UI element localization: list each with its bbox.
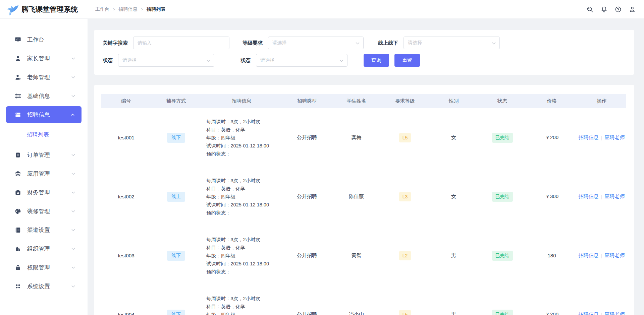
sidebar-item-permissions[interactable]: 权限管理	[0, 258, 88, 277]
table-row: test003 线下 每周课时：3次，2小时次 科目：英语，化学 年级：四年级 …	[101, 226, 626, 285]
chevron-down-icon	[71, 284, 75, 289]
sidebar-item-orders[interactable]: 订单管理	[0, 145, 88, 164]
cell-type: 公开招聘	[282, 108, 332, 167]
table-row: test001 线下 每周课时：3次，2小时次 科目：英语，化学 年级：四年级 …	[101, 108, 626, 167]
sidebar-item-label: 应用管理	[27, 170, 50, 178]
teacher-icon	[15, 74, 21, 80]
col-header-method: 辅导方式	[151, 94, 201, 108]
sidebar-item-basic-info[interactable]: 基础信息	[0, 86, 88, 105]
info-line: 预约状态：	[206, 268, 231, 276]
cell-gender: 女	[429, 108, 478, 167]
status2-select-placeholder: 请选择	[260, 57, 274, 63]
cell-type: 公开招聘	[282, 285, 332, 315]
cell-price: 180	[527, 226, 577, 285]
method-badge: 线下	[167, 133, 185, 143]
status-badge: 已完结	[492, 251, 513, 261]
info-line: 每周课时：3次，2小时次	[206, 295, 260, 303]
cell-id: test002	[101, 167, 151, 226]
col-header-price: 价格	[527, 94, 577, 108]
apply-teacher-link[interactable]: 应聘老师	[604, 311, 625, 315]
method-badge: 线上	[167, 192, 185, 202]
recruit-info-link[interactable]: 招聘信息	[579, 134, 599, 141]
filter-row-2: 状态 请选择 状态 请选择 查询 重置	[103, 54, 634, 67]
apply-teacher-link[interactable]: 应聘老师	[604, 134, 625, 141]
apply-teacher-link[interactable]: 应聘老师	[604, 252, 625, 259]
bell-icon[interactable]	[600, 6, 608, 13]
sidebar-subitem-label: 招聘列表	[27, 131, 49, 138]
keyword-input[interactable]	[133, 37, 229, 49]
dashboard-icon	[15, 37, 21, 43]
sidebar-item-workbench[interactable]: 工作台	[0, 30, 88, 49]
table-row: test004 线下 每周课时：3次，2小时次 科目：英语，化学 年级：四年级 …	[101, 285, 626, 315]
cell-student: 黄智	[332, 226, 381, 285]
app-title: 腾飞课堂管理系统	[21, 5, 78, 14]
sidebar-item-parents[interactable]: 家长管理	[0, 49, 88, 68]
breadcrumb-item-workbench[interactable]: 工作台	[95, 6, 109, 12]
recruit-icon	[15, 112, 21, 118]
recruit-info-link[interactable]: 招聘信息	[579, 252, 599, 259]
recruit-table: 编号 辅导方式 招聘信息 招聘类型 学生姓名 要求等级 性别 状态 价格 操作 …	[94, 85, 634, 315]
sidebar-item-organization[interactable]: 组织管理	[0, 239, 88, 258]
cell-info: 每周课时：3次，2小时次 科目：英语，化学 年级：四年级 试课时间：2025-0…	[201, 167, 282, 226]
header-icons	[586, 6, 644, 13]
org-icon	[15, 246, 21, 252]
cell-student: 陈佳薇	[332, 167, 381, 226]
col-header-gender: 性别	[429, 94, 478, 108]
bird-logo-icon	[5, 3, 19, 16]
cell-gender: 男	[429, 285, 478, 315]
sidebar-item-label: 渠道设置	[27, 226, 50, 234]
level-select[interactable]: 请选择	[268, 37, 364, 49]
sliders-icon	[15, 93, 21, 99]
reset-button[interactable]: 重置	[394, 54, 420, 67]
online-offline-select-placeholder: 请选择	[408, 40, 422, 46]
cell-type: 公开招聘	[282, 167, 332, 226]
recruit-info-link[interactable]: 招聘信息	[579, 193, 599, 200]
chevron-down-icon	[339, 58, 344, 64]
online-offline-label: 线上线下	[378, 40, 398, 46]
sidebar: 工作台 家长管理 老师管理	[0, 19, 88, 315]
search-button[interactable]: 查询	[364, 54, 389, 67]
sidebar-item-label: 订单管理	[27, 151, 50, 159]
cell-info: 每周课时：3次，2小时次 科目：英语，化学 年级：四年级 试课时间：2025-0…	[201, 226, 282, 285]
sidebar-menu: 工作台 家长管理 老师管理	[0, 30, 88, 296]
chevron-down-icon	[71, 209, 75, 213]
status1-select[interactable]: 请选择	[118, 54, 214, 67]
col-header-actions: 操作	[577, 94, 626, 108]
sidebar-item-label: 老师管理	[27, 73, 50, 81]
sidebar-subitem-recruit-list[interactable]: 招聘列表	[0, 124, 88, 145]
cell-price: ￥200	[527, 285, 577, 315]
sidebar-item-decorate[interactable]: 装修管理	[0, 202, 88, 220]
user-icon[interactable]	[629, 6, 636, 13]
sidebar-item-label: 招聘信息	[27, 111, 50, 119]
recruit-info-link[interactable]: 招聘信息	[579, 311, 599, 315]
info-line: 试课时间：2025-01-12 18:00	[206, 142, 269, 150]
info-line: 年级：四年级	[206, 134, 235, 142]
col-header-student: 学生姓名	[332, 94, 381, 108]
sidebar-item-label: 装修管理	[27, 207, 50, 215]
apply-teacher-link[interactable]: 应聘老师	[604, 193, 625, 200]
info-line: 年级：四年级	[206, 252, 235, 260]
info-line: 试课时间：2025-01-12 18:00	[206, 260, 269, 268]
info-line: 预约状态：	[206, 150, 231, 158]
sidebar-item-apps[interactable]: 应用管理	[0, 164, 88, 183]
table-row: test002 线上 每周课时：3次，2小时次 科目：英语，化学 年级：四年级 …	[101, 167, 626, 226]
app-root: 腾飞课堂管理系统 工作台 > 招聘信息 > 招聘列表	[0, 0, 644, 315]
status2-select[interactable]: 请选择	[256, 54, 347, 67]
info-line: 科目：英语，化学	[206, 244, 245, 252]
sidebar-item-settings[interactable]: 系统设置	[0, 277, 88, 296]
sidebar-item-teachers[interactable]: 老师管理	[0, 68, 88, 86]
help-icon[interactable]	[614, 6, 622, 13]
main-content: 关键字搜索 等级要求 请选择 线上线下 请选择	[88, 19, 644, 315]
online-offline-select[interactable]: 请选择	[404, 37, 500, 49]
sidebar-item-channel[interactable]: 渠道设置	[0, 220, 88, 239]
cell-info: 每周课时：3次，2小时次 科目：英语，化学 年级：四年级 试课时间：2025-0…	[201, 108, 282, 167]
search-icon[interactable]	[586, 6, 594, 13]
chevron-down-icon	[71, 153, 75, 157]
level-badge: L5	[399, 133, 411, 142]
sidebar-item-finance[interactable]: 财务管理	[0, 183, 88, 202]
breadcrumb-item-recruit-info[interactable]: 招聘信息	[119, 6, 138, 12]
sidebar-item-recruit-info[interactable]: 招聘信息	[6, 106, 82, 123]
sidebar-item-label: 权限管理	[27, 264, 50, 271]
level-badge: L3	[399, 192, 411, 201]
col-header-type: 招聘类型	[282, 94, 332, 108]
